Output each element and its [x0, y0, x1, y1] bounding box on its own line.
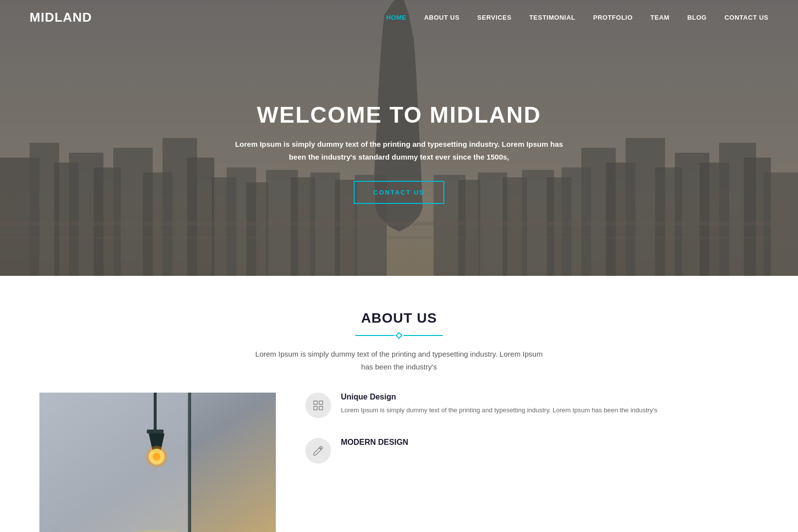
about-description: Lorem Ipsum is simply dummy text of the …: [251, 348, 547, 373]
modern-design-title: MODERN DESIGN: [341, 438, 408, 447]
divider-line-right: [403, 335, 443, 336]
hero-content: WELCOME TO MIDLAND Lorem Ipsum is simply…: [0, 0, 798, 276]
nav-item-home[interactable]: HOME: [386, 14, 406, 21]
navbar: MIDLAND HOME ABOUT US SERVICES TESTIMONI…: [0, 0, 798, 34]
nav-item-team[interactable]: TEAM: [650, 14, 669, 21]
hero-section: WELCOME TO MIDLAND Lorem Ipsum is simply…: [0, 0, 798, 276]
about-image-column: [39, 393, 276, 532]
modern-design-icon-wrap: [305, 438, 331, 464]
nav-item-contact[interactable]: CONTACT US: [725, 14, 768, 21]
nav-item-blog[interactable]: BLOG: [687, 14, 707, 21]
feature-modern-design: MODERN DESIGN: [305, 438, 759, 464]
nav-item-services[interactable]: SERVICES: [477, 14, 512, 21]
hero-title: WELCOME TO MIDLAND: [257, 101, 541, 128]
about-title: ABOUT US: [39, 310, 759, 326]
hero-cta-button[interactable]: CONTACT US: [354, 181, 444, 204]
svg-point-45: [153, 453, 161, 461]
svg-rect-46: [188, 393, 191, 532]
nav-links: HOME ABOUT US SERVICES TESTIMONIAL PROTF…: [386, 13, 768, 22]
svg-rect-40: [154, 393, 157, 432]
nav-item-about[interactable]: ABOUT US: [424, 14, 460, 21]
svg-rect-50: [314, 406, 317, 410]
nav-item-portfolio[interactable]: PROTFOLIO: [593, 14, 632, 21]
divider-diamond: [396, 332, 402, 339]
svg-rect-41: [147, 430, 164, 433]
brand-logo[interactable]: MIDLAND: [30, 10, 92, 25]
about-section: ABOUT US Lorem Ipsum is simply dummy tex…: [0, 276, 798, 532]
about-content: Unique Design Lorem Ipsum is simply dumm…: [39, 393, 759, 532]
unique-design-title: Unique Design: [341, 393, 657, 401]
divider-line-left: [355, 335, 395, 336]
hero-subtitle: Lorem Ipsum is simply dummy text of the …: [227, 138, 571, 163]
about-features-column: Unique Design Lorem Ipsum is simply dumm…: [305, 393, 759, 464]
about-divider: [39, 333, 759, 338]
pencil-icon: [312, 445, 324, 457]
unique-design-icon-wrap: [305, 393, 331, 418]
about-header: ABOUT US Lorem Ipsum is simply dummy tex…: [39, 310, 759, 373]
grid-icon: [312, 399, 324, 411]
unique-design-desc: Lorem Ipsum is simply dummy text of the …: [341, 405, 657, 416]
nav-item-testimonial[interactable]: TESTIMONIAL: [529, 14, 575, 21]
svg-rect-48: [314, 401, 317, 404]
svg-rect-49: [319, 401, 323, 404]
modern-design-text: MODERN DESIGN: [341, 438, 408, 451]
unique-design-text: Unique Design Lorem Ipsum is simply dumm…: [341, 393, 657, 416]
about-image: [39, 393, 276, 532]
svg-rect-51: [319, 406, 323, 410]
feature-unique-design: Unique Design Lorem Ipsum is simply dumm…: [305, 393, 759, 418]
